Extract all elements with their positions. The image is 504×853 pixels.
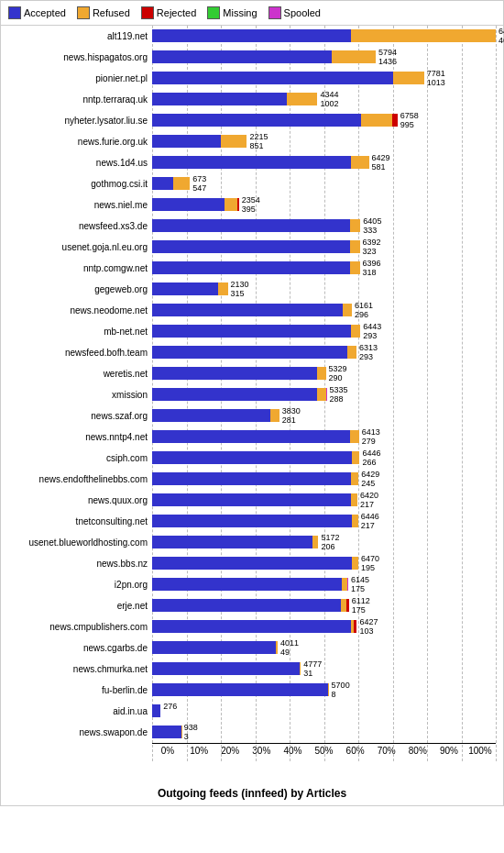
bar-segment-refused: [350, 261, 360, 274]
bar-segment-accepted: [152, 50, 332, 63]
bar-segment-refused: [347, 346, 356, 359]
x-tick: 30%: [246, 746, 277, 756]
bar-segment-accepted: [152, 557, 352, 570]
bar-segment-accepted: [152, 662, 300, 675]
table-row: news.furie.org.uk2215851: [1, 131, 503, 151]
row-values: 64294684: [499, 27, 504, 45]
row-label: news.hispagatos.org: [1, 52, 152, 62]
x-tick: 40%: [277, 746, 308, 756]
bar-container: [152, 156, 369, 169]
bar-segment-accepted: [152, 388, 317, 401]
bar-area: 43441002: [152, 89, 503, 109]
row-label: pionier.net.pl: [1, 73, 152, 83]
row-label: alt119.net: [1, 31, 152, 41]
bar-area: 6413279: [152, 426, 503, 447]
table-row: news.niel.me2354395: [1, 194, 503, 215]
bar-container: [152, 240, 360, 253]
bar-segment-accepted: [152, 156, 351, 169]
table-row: news.hispagatos.org57941436: [1, 47, 503, 67]
bar-area: 5329290: [152, 363, 503, 383]
bar-container: [152, 536, 318, 548]
row-label: news.cgarbs.de: [1, 643, 152, 653]
bar-segment-accepted: [152, 451, 352, 464]
bar-area: 3830281: [152, 405, 503, 426]
table-row: news.bbs.nz6470195: [1, 553, 503, 573]
legend-label-missing: Missing: [223, 7, 257, 18]
bar-area: 6313293: [152, 342, 503, 362]
bar-container: [152, 726, 181, 738]
legend-label-accepted: Accepted: [24, 7, 66, 18]
bar-container: [152, 177, 190, 190]
row-values: 5335288: [329, 385, 347, 404]
bar-area: 2130315: [152, 279, 503, 299]
bar-container: [152, 662, 301, 675]
bar-area: 5335288: [152, 384, 503, 404]
legend-item-spooled: Spooled: [268, 6, 321, 19]
bar-segment-rejected: [346, 599, 349, 612]
legend-item-rejected: Rejected: [141, 6, 196, 19]
bar-segment-accepted: [152, 536, 312, 548]
bar-area: 6446217: [152, 511, 503, 531]
bar-segment-refused: [312, 536, 319, 548]
bar-segment-spooled: [326, 388, 327, 401]
bar-container: [152, 93, 317, 105]
table-row: nntp.terraraq.uk43441002: [1, 89, 503, 109]
row-values: 6313293: [359, 343, 378, 361]
row-label: news.nntp4.net: [1, 432, 152, 442]
row-label: news.szaf.org: [1, 411, 152, 421]
bar-container: [152, 50, 376, 63]
bar-container: [152, 114, 398, 127]
legend-item-missing: Missing: [207, 6, 257, 19]
x-tick: 50%: [308, 746, 339, 756]
bar-area: 276: [152, 701, 503, 721]
row-values: 5172206: [321, 533, 339, 551]
row-values: 6446266: [362, 449, 380, 467]
bar-segment-accepted: [152, 493, 351, 506]
table-row: news.nntp4.net6413279: [1, 426, 503, 447]
bar-segment-accepted: [152, 578, 342, 591]
bar-area: 6392323: [152, 237, 503, 257]
bar-segment-refused: [287, 93, 318, 105]
bar-area: 57008: [152, 680, 503, 700]
table-row: usenet.goja.nl.eu.org6392323: [1, 237, 503, 257]
bar-segment-refused: [218, 282, 228, 295]
bar-area: 6429245: [152, 469, 503, 489]
row-values: 6392323: [363, 238, 381, 256]
row-values: 6145175: [351, 575, 369, 593]
legend-item-accepted: Accepted: [8, 6, 66, 19]
table-row: news.quux.org6420217: [1, 490, 503, 510]
row-values: 6470195: [361, 554, 379, 572]
table-row: mb-net.net6443293: [1, 321, 503, 341]
bar-area: 57941436: [152, 47, 503, 67]
bar-container: [152, 557, 358, 570]
table-row: nyheter.lysator.liu.se6758995: [1, 110, 503, 130]
row-values: 6420217: [360, 491, 378, 509]
row-values: 5329290: [329, 364, 347, 382]
bar-segment-accepted: [152, 409, 270, 422]
bar-segment-accepted: [152, 599, 341, 612]
bar-segment-refused: [351, 29, 496, 42]
bar-segment-refused: [332, 50, 376, 63]
row-values: 2215851: [249, 132, 268, 150]
bar-container: [152, 282, 228, 295]
row-label: news.niel.me: [1, 200, 152, 210]
row-label: erje.net: [1, 601, 152, 611]
row-label: newsfeed.bofh.team: [1, 348, 152, 358]
table-row: aid.in.ua276: [1, 701, 503, 721]
row-label: gegeweb.org: [1, 284, 152, 294]
row-label: news.swapon.de: [1, 727, 152, 737]
table-row: news.chmurka.net477731: [1, 659, 503, 679]
row-values: 6758995: [400, 111, 419, 129]
bar-segment-accepted: [152, 29, 351, 42]
bar-area: 6470195: [152, 553, 503, 573]
bar-container: [152, 704, 160, 717]
row-values: 6413279: [362, 427, 380, 446]
bar-area: 6420217: [152, 490, 503, 510]
bar-segment-refused: [351, 156, 369, 169]
row-values: 77811013: [427, 69, 445, 87]
table-row: usenet.blueworldhosting.com5172206: [1, 532, 503, 552]
bar-container: [152, 620, 356, 633]
table-row: tnetconsulting.net6446217: [1, 511, 503, 531]
legend-color-rejected: [141, 6, 154, 19]
row-values: 6427103: [359, 617, 378, 636]
